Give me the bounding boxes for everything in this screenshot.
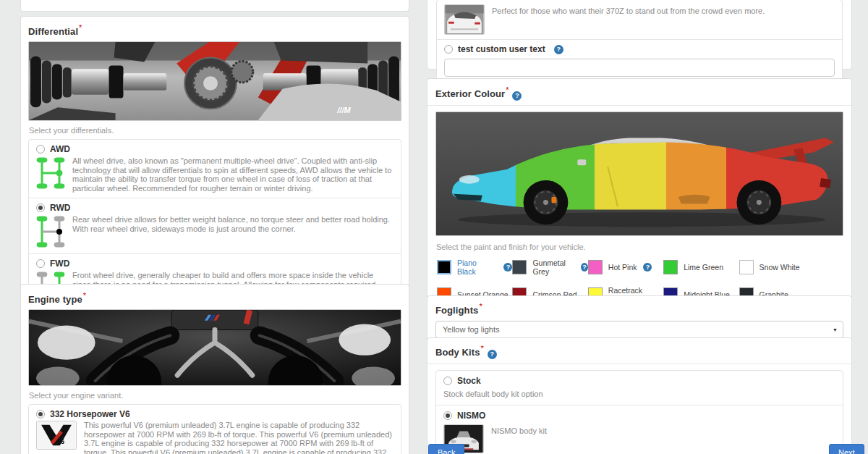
engine-options: 332 Horsepower V6 6 This powerful V6 (pr… xyxy=(28,404,401,454)
body-kit-option-stock[interactable]: Stock Stock default body kit option xyxy=(436,371,843,405)
body-kits-section: Body Kits*? Stock Stock default body kit… xyxy=(427,337,852,454)
back-button[interactable]: Back xyxy=(428,444,464,454)
swatch-snow-white[interactable]: Snow White xyxy=(739,258,814,276)
swatch-color[interactable] xyxy=(663,260,678,274)
engine-332-radio[interactable] xyxy=(36,410,45,419)
custom-text-input[interactable] xyxy=(444,59,835,77)
engine-hint: Select your engine variant. xyxy=(29,391,401,400)
chevron-down-icon: ▼ xyxy=(833,321,838,338)
body-kit-option-nismo[interactable]: NISMO NISMO body kit xyxy=(436,405,843,454)
body-kits-title: Body Kits*? xyxy=(435,344,843,359)
nismo-description: NISMO body kit xyxy=(491,424,547,436)
differential-option-rwd[interactable]: RWD Rear wheel drive allows for better w… xyxy=(29,198,401,253)
foglights-selected-value: Yellow fog lights xyxy=(443,325,499,334)
swatch-color[interactable] xyxy=(437,260,451,274)
custom-text-option[interactable]: test custom user text ? xyxy=(437,39,842,83)
swatch-hot-pink[interactable]: Hot Pink ? xyxy=(588,258,663,276)
required-asterisk: * xyxy=(79,23,82,32)
swatch-gunmetal-grey[interactable]: Gunmetal Grey ? xyxy=(512,258,587,276)
help-icon[interactable]: ? xyxy=(643,263,652,272)
stock-label[interactable]: Stock xyxy=(457,376,481,386)
rwd-description: Rear wheel drive allows for better weigh… xyxy=(72,215,393,233)
svg-text:6: 6 xyxy=(61,438,64,446)
fwd-label[interactable]: FWD xyxy=(50,258,69,269)
svg-text:///M: ///M xyxy=(336,106,351,115)
exterior-colour-hint: Select the paint and finish for your veh… xyxy=(436,243,843,251)
help-icon[interactable]: ? xyxy=(503,263,512,272)
rwd-radio[interactable] xyxy=(36,203,45,212)
exterior-colour-section: Exterior Colour*? xyxy=(427,78,852,314)
awd-description: All wheel drive, also known as "permanen… xyxy=(72,156,393,193)
swatch-lime-green[interactable]: Lime Green xyxy=(663,258,739,276)
foglights-title: Foglights* xyxy=(435,302,843,316)
awd-radio[interactable] xyxy=(36,145,45,154)
custom-text-radio[interactable] xyxy=(444,45,453,54)
spoilers-section-partial: Perfect for those who want their 370Z to… xyxy=(427,0,852,70)
swatch-color[interactable] xyxy=(588,260,603,274)
rwd-label[interactable]: RWD xyxy=(50,203,70,213)
engine-title: Engine type* xyxy=(28,291,401,306)
stock-description: Stock default body kit option xyxy=(443,390,835,399)
engine-option-332[interactable]: 332 Horsepower V6 6 This powerful V6 (pr… xyxy=(29,405,401,454)
help-icon[interactable]: ? xyxy=(512,91,522,101)
differential-photo: ///M xyxy=(28,41,401,121)
exterior-colour-car-photo xyxy=(435,112,843,236)
exterior-colour-title: Exterior Colour*? xyxy=(435,85,843,101)
stock-radio[interactable] xyxy=(443,377,452,385)
differential-section: Differential* xyxy=(20,16,409,320)
awd-drivetrain-icon xyxy=(36,156,65,190)
differential-title: Differential* xyxy=(28,23,401,38)
engine-332-label[interactable]: 332 Horsepower V6 xyxy=(50,409,130,419)
differential-option-awd[interactable]: AWD All wheel drive, also known as "perm… xyxy=(29,140,401,198)
help-icon[interactable]: ? xyxy=(554,45,563,54)
engine-section: Engine type* Select your engine variant. xyxy=(20,284,409,454)
engine-photo xyxy=(28,309,401,386)
spoiler-option-description: Perfect for those who want their 370Z to… xyxy=(492,4,765,16)
swatch-color[interactable] xyxy=(739,260,754,274)
v6-engine-thumbnail: 6 xyxy=(36,421,77,450)
help-icon[interactable]: ? xyxy=(488,350,497,359)
front-wheel xyxy=(524,180,569,224)
rwd-drivetrain-icon xyxy=(36,215,65,248)
body-kit-options: Stock Stock default body kit option NISM… xyxy=(435,370,843,454)
swatch-color[interactable] xyxy=(512,260,527,274)
engine-332-description: This powerful V6 (premium unleaded) 3.7L… xyxy=(84,421,393,454)
nismo-label[interactable]: NISMO xyxy=(457,411,485,421)
differential-hint: Select your differentials. xyxy=(29,126,401,135)
custom-text-label[interactable]: test custom user text xyxy=(458,44,545,54)
foglights-select[interactable]: Yellow fog lights ▼ xyxy=(435,321,843,339)
nismo-radio[interactable] xyxy=(443,411,452,420)
next-button[interactable]: Next xyxy=(829,444,864,454)
section-title: Differential xyxy=(28,26,78,37)
previous-section-stub xyxy=(20,0,409,12)
spoiler-option-partial[interactable]: Perfect for those who want their 370Z to… xyxy=(437,0,842,39)
fwd-radio[interactable] xyxy=(36,259,45,268)
help-icon[interactable]: ? xyxy=(581,263,588,272)
awd-label[interactable]: AWD xyxy=(50,144,70,154)
swatch-piano-black[interactable]: Piano Black ? xyxy=(437,258,512,276)
spoiler-370z-thumbnail xyxy=(444,4,485,35)
rear-wheel xyxy=(737,180,782,224)
